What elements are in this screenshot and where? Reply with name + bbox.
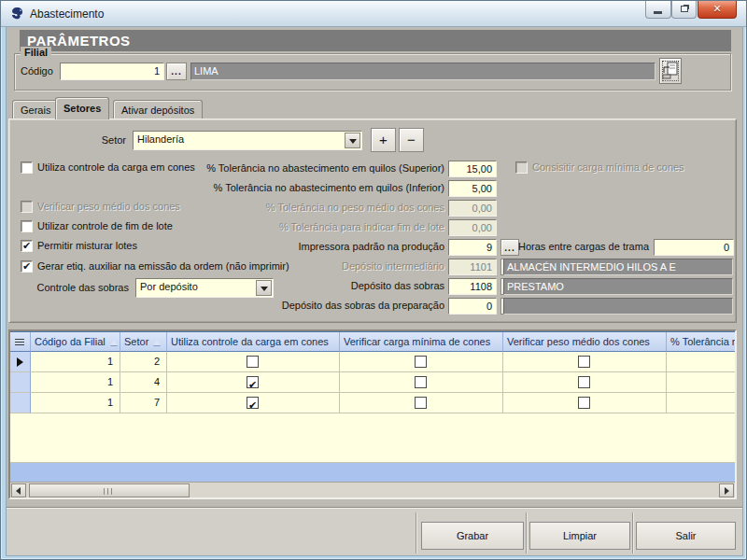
current-row-icon	[17, 357, 23, 367]
dep-sobras-name-field: PRESTAMO	[503, 278, 733, 295]
checkbox-icon[interactable]	[415, 356, 427, 368]
column-header-tolerancia[interactable]: % Tolerância no	[667, 332, 735, 352]
codigo-browse-button[interactable]: ...	[166, 63, 187, 80]
checkbox-icon	[21, 260, 33, 273]
setor-combobox[interactable]: Hilandería	[133, 131, 362, 150]
cell-carga-minima[interactable]	[340, 352, 503, 372]
row-selector[interactable]	[10, 393, 31, 413]
impressora-field[interactable]: 9	[448, 239, 497, 256]
filial-groupbox: Filial Código 1 ... LIMA	[14, 53, 731, 91]
row-selector[interactable]	[10, 352, 31, 372]
checkbox-icon[interactable]	[578, 356, 590, 368]
scroll-right-button[interactable]	[719, 483, 734, 497]
tol-inferior-field[interactable]: 5,00	[448, 180, 497, 197]
cell-carga-minima[interactable]	[340, 372, 503, 393]
tab-ativar-depositos[interactable]: Ativar depósitos	[113, 100, 203, 119]
cell-utiliza-controle[interactable]	[167, 393, 340, 413]
filial-name-field: LIMA	[190, 63, 655, 80]
grabar-button[interactable]: Grabar	[421, 522, 524, 550]
tab-setores[interactable]: Setores	[55, 97, 109, 119]
column-header-verificar-peso-medio[interactable]: Verificar peso médio dos cones	[503, 332, 667, 352]
salir-button[interactable]: Salir	[636, 522, 736, 550]
export-button[interactable]	[659, 58, 682, 84]
dep-sobras-prep-name-field	[503, 298, 733, 315]
maximize-button[interactable]	[671, 1, 697, 19]
cell-peso-medio[interactable]	[503, 372, 667, 393]
column-header-verificar-carga-minima[interactable]: Verificar carga mínima de cones	[340, 332, 503, 352]
dep-intermediario-label: Depósito intermediário	[149, 260, 444, 272]
button-bar: Grabar Limpiar Salir	[7, 509, 742, 555]
scroll-left-button[interactable]	[11, 483, 26, 497]
cell-tolerancia[interactable]	[667, 352, 735, 372]
cell-utiliza-controle[interactable]	[167, 372, 340, 393]
column-header-codigo-filial[interactable]: Código da Filial	[31, 332, 120, 352]
checkbox-icon[interactable]	[415, 376, 427, 388]
page-title: PARÂMETROS	[20, 30, 731, 51]
tol-fim-lote-field: 0,00	[448, 219, 497, 236]
grip-icon	[104, 488, 114, 495]
checkbox-icon[interactable]	[247, 397, 259, 409]
controle-sobras-label: Controle das sobras	[35, 282, 129, 293]
checkbox-icon[interactable]	[578, 376, 590, 388]
cell-tolerancia[interactable]	[667, 372, 735, 393]
setores-grid: Código da Filial Setor Utiliza controle …	[8, 329, 737, 499]
grid-corner-button[interactable]	[10, 332, 31, 352]
dep-intermediario-name-field: ALMACÉN INTERMEDIO HILOS A E	[503, 259, 733, 275]
close-button[interactable]: ✕	[698, 1, 737, 19]
table-row[interactable]: 1 4	[10, 372, 735, 393]
divider	[632, 512, 634, 553]
minimize-button[interactable]	[645, 1, 671, 19]
menu-icon	[15, 339, 24, 346]
horizontal-scrollbar[interactable]	[10, 482, 735, 497]
tab-gerais[interactable]: Gerais	[12, 100, 59, 119]
checkbox-icon[interactable]	[247, 376, 259, 388]
codigo-label: Código	[21, 65, 53, 77]
table-row[interactable]: 1 7	[10, 393, 735, 413]
checkbox-icon	[21, 161, 33, 174]
checkbox-icon	[21, 240, 33, 252]
filial-group-label: Filial	[21, 47, 51, 58]
focus-rect	[662, 61, 679, 81]
chevron-down-icon[interactable]	[345, 133, 360, 148]
horas-trama-field[interactable]: 0	[654, 239, 734, 256]
add-setor-button[interactable]: +	[371, 128, 396, 152]
tol-inferior-label: % Tolerância no abastecimento em quilos …	[149, 182, 444, 193]
scrollbar-thumb[interactable]	[29, 483, 190, 497]
cell-codigo-filial[interactable]: 1	[31, 352, 120, 372]
tol-superior-field[interactable]: 15,00	[448, 161, 497, 177]
setor-label: Setor	[37, 134, 126, 146]
dep-sobras-prep-field[interactable]: 0	[448, 298, 497, 315]
cell-utiliza-controle[interactable]	[167, 352, 340, 372]
cell-peso-medio[interactable]	[503, 352, 667, 372]
limpiar-button[interactable]: Limpiar	[529, 522, 630, 550]
checkbox-icon[interactable]	[578, 397, 590, 409]
checkbox-icon	[21, 220, 33, 232]
dep-intermediario-field: 1101	[448, 259, 497, 275]
checkbox-icon[interactable]	[247, 356, 259, 368]
cell-setor[interactable]: 7	[120, 393, 167, 413]
column-header-utiliza-controle[interactable]: Utiliza controle da carga em cones	[167, 332, 340, 352]
cell-setor[interactable]: 2	[120, 352, 167, 372]
client-area: PARÂMETROS Filial Código 1 ... LIMA G	[7, 27, 742, 555]
remove-setor-button[interactable]: −	[399, 128, 424, 152]
title-bar[interactable]: Abastecimento ✕	[1, 1, 747, 27]
table-row[interactable]: 1 2	[10, 352, 735, 372]
arrow-right-icon	[725, 487, 729, 495]
cell-codigo-filial[interactable]: 1	[31, 372, 120, 393]
cell-tolerancia[interactable]	[667, 393, 735, 413]
cell-peso-medio[interactable]	[503, 393, 667, 413]
minimize-icon	[654, 11, 662, 14]
checkbox-icon[interactable]	[415, 397, 427, 409]
cell-carga-minima[interactable]	[340, 393, 503, 413]
row-selector[interactable]	[10, 372, 31, 393]
sort-ascending-icon	[110, 340, 118, 345]
column-header-setor[interactable]: Setor	[120, 332, 167, 352]
cell-codigo-filial[interactable]: 1	[31, 393, 120, 413]
codigo-field[interactable]: 1	[60, 63, 164, 80]
sort-ascending-icon	[153, 340, 161, 345]
window-title: Abastecimento	[30, 7, 104, 21]
app-icon	[9, 7, 24, 21]
dep-sobras-field[interactable]: 1108	[448, 278, 497, 295]
divider	[526, 512, 528, 553]
cell-setor[interactable]: 4	[120, 372, 167, 393]
